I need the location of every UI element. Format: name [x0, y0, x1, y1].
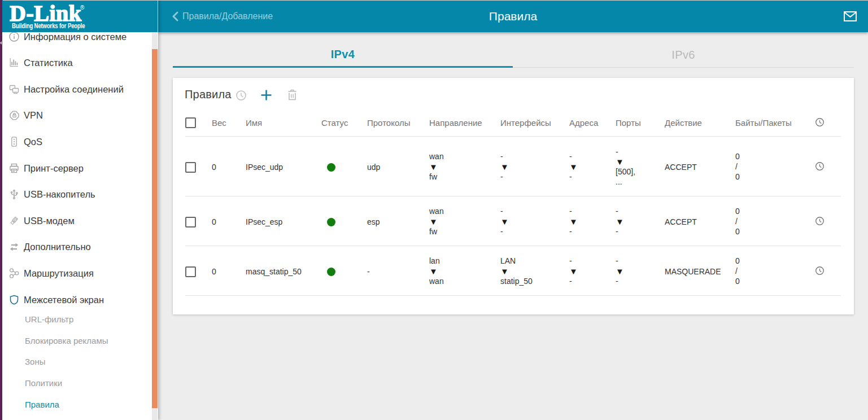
- svg-text:®: ®: [80, 5, 85, 11]
- svg-text:D-Link: D-Link: [10, 2, 82, 22]
